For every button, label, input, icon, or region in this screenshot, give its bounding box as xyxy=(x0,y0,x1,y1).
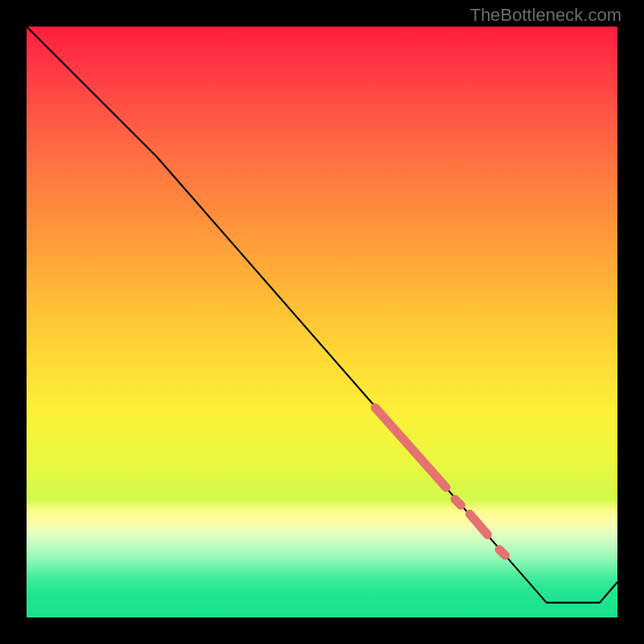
watermark-text: TheBottleneck.com xyxy=(470,5,621,26)
chart-background xyxy=(27,27,617,617)
